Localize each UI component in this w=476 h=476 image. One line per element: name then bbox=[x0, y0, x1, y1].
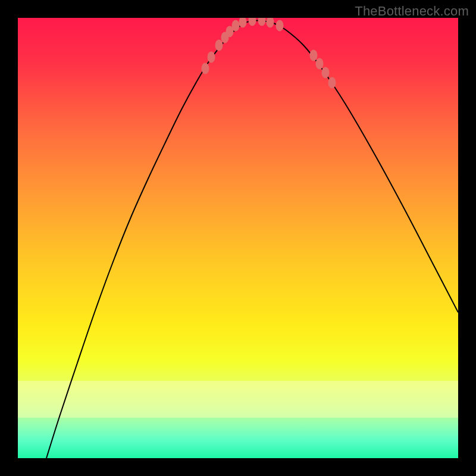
curve-dot bbox=[322, 67, 330, 79]
curve-dot bbox=[328, 77, 336, 89]
curve-dot bbox=[316, 58, 324, 70]
curve-layer bbox=[18, 18, 458, 458]
watermark-text: TheBottleneck.com bbox=[355, 4, 469, 19]
curve-dot bbox=[232, 20, 240, 32]
curve-dot bbox=[267, 18, 274, 28]
curve-dot bbox=[276, 20, 284, 32]
curve-dot bbox=[258, 18, 266, 26]
bottleneck-curve bbox=[46, 21, 458, 459]
curve-marker-dots bbox=[202, 18, 336, 89]
curve-dot bbox=[249, 18, 256, 26]
plot-area bbox=[18, 18, 458, 458]
chart-frame: TheBottleneck.com bbox=[0, 0, 476, 476]
curve-dot bbox=[208, 52, 215, 63]
curve-dot bbox=[215, 40, 223, 51]
curve-dot bbox=[310, 50, 318, 61]
curve-dot bbox=[202, 63, 209, 74]
